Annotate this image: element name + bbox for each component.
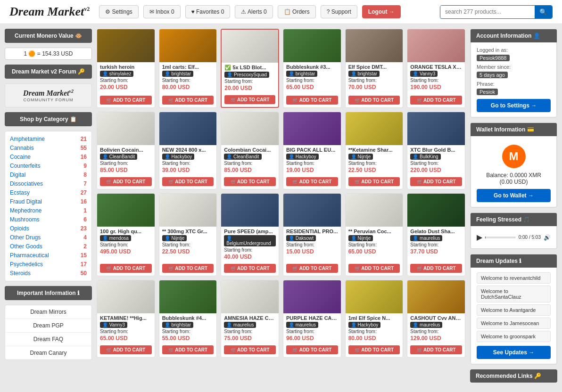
add-to-cart-button[interactable]: 🛒 ADD TO CART	[286, 177, 338, 186]
product-price: 22.50 USD	[162, 248, 214, 255]
logout-nav-button[interactable]: Logout →	[362, 5, 401, 18]
category-item[interactable]: Mushrooms6	[10, 216, 87, 223]
starting-from-label: Starting from:	[100, 329, 152, 334]
product-info: PURPLE HAZE CAN... 👤 maurelius Starting …	[283, 313, 341, 343]
inbox-nav-button[interactable]: ✉ Inbox 0	[143, 5, 181, 18]
update-item[interactable]: Welcome to DutchSantaClauz	[477, 286, 551, 302]
add-to-cart-button[interactable]: 🛒 ADD TO CART	[100, 177, 152, 186]
orders-nav-button[interactable]: 📋 Orders	[278, 5, 316, 18]
dream-updates-body: Welcome to revenantchildWelcome to Dutch…	[471, 268, 557, 364]
see-updates-button[interactable]: See Updates →	[477, 346, 551, 359]
favorites-nav-button[interactable]: ♥ Favorites 0	[185, 5, 231, 18]
product-price: 495.00 USD	[100, 248, 152, 255]
product-card: KETAMINE! **Hig... 👤 Vanny3 Starting fro…	[97, 280, 155, 358]
update-item[interactable]: Welcome to revenantchild	[477, 272, 551, 284]
add-to-cart-button[interactable]: 🛒 ADD TO CART	[162, 345, 214, 354]
product-title: turkish heroin	[100, 64, 152, 70]
add-to-cart-button[interactable]: 🛒 ADD TO CART	[100, 264, 152, 273]
product-price: 70.00 USD	[348, 84, 400, 90]
info-link-item[interactable]: Dream Canary	[5, 346, 91, 359]
add-to-cart-button[interactable]: 🛒 ADD TO CART	[348, 345, 400, 354]
search-button[interactable]: 🔍	[535, 6, 552, 18]
product-image	[407, 194, 465, 227]
category-item[interactable]: Dissociatives7	[10, 180, 87, 188]
product-info: 100 gr. High qu... 👤 mendosa Starting fr…	[97, 227, 155, 262]
alerts-nav-button[interactable]: ⚠ Alerts 0	[235, 5, 273, 18]
add-to-cart-button[interactable]: 🛒 ADD TO CART	[348, 96, 400, 105]
info-link-item[interactable]: Dream FAQ	[5, 333, 91, 346]
starting-from-label: Starting from:	[224, 79, 275, 84]
add-to-cart-button[interactable]: 🛒 ADD TO CART	[224, 177, 276, 186]
seller-badge: 👤 brightstar	[286, 71, 317, 77]
add-to-cart-button[interactable]: 🛒 ADD TO CART	[100, 345, 152, 354]
go-to-wallet-button[interactable]: Go to Wallet →	[477, 189, 551, 202]
category-item[interactable]: Pharmaceutical15	[10, 252, 87, 259]
product-image	[346, 280, 403, 313]
product-price: 20.00 USD	[100, 84, 152, 90]
progress-bar[interactable]	[485, 237, 516, 238]
time-display: 0:00 / 5:03	[519, 235, 541, 240]
settings-nav-button[interactable]: ⚙ Settings	[99, 5, 139, 18]
product-card: PURPLE HAZE CAN... 👤 maurelius Starting …	[283, 280, 341, 358]
add-to-cart-button[interactable]: 🛒 ADD TO CART	[348, 177, 400, 186]
logged-in-label: Logged in as:	[477, 47, 551, 53]
add-to-cart-button[interactable]: 🛒 ADD TO CART	[410, 96, 462, 105]
starting-from-label: Starting from:	[224, 161, 276, 166]
category-item[interactable]: Other Drugs4	[10, 234, 87, 241]
starting-from-label: Starting from:	[286, 161, 338, 166]
add-to-cart-button[interactable]: 🛒 ADD TO CART	[162, 177, 214, 186]
category-item[interactable]: Mephedrone1	[10, 207, 87, 214]
category-item[interactable]: Counterfeits9	[10, 162, 87, 170]
search-input[interactable]	[440, 6, 535, 18]
add-to-cart-button[interactable]: 🛒 ADD TO CART	[410, 177, 462, 186]
add-to-cart-button[interactable]: 🛒 ADD TO CART	[224, 264, 276, 273]
go-to-settings-button[interactable]: Go to Settings →	[477, 99, 551, 112]
category-item[interactable]: Fraud Digital16	[10, 198, 87, 205]
forum-link-button[interactable]: Dream Market v2 Forum 🔑	[5, 65, 92, 79]
site-logo[interactable]: Dream Marketv2	[9, 5, 90, 19]
category-item[interactable]: Cannabis55	[10, 144, 87, 152]
info-link-item[interactable]: Dream Mirrors	[5, 305, 91, 319]
product-info: ** Peruvian Coc... 👤 Nijntje Starting fr…	[346, 227, 403, 262]
volume-icon[interactable]: 🔊	[544, 234, 551, 241]
product-info: ORANGE TESLA XT... 👤 Vanny3 Starting fro…	[407, 62, 465, 94]
product-image	[407, 280, 465, 313]
update-item[interactable]: Welcome to Jamesocean	[477, 318, 551, 329]
feeling-stressed-section: Feeling Stressed 🎵 ▶ 0:00 / 5:03 🔊	[470, 212, 557, 249]
update-item[interactable]: Welcome to groonspark	[477, 331, 551, 342]
play-button[interactable]: ▶	[477, 233, 482, 242]
add-to-cart-button[interactable]: 🛒 ADD TO CART	[162, 264, 214, 273]
update-item[interactable]: Welcome to Avantgarde	[477, 304, 551, 316]
category-item[interactable]: Psychedelics17	[10, 261, 87, 268]
category-item[interactable]: Steroids50	[10, 270, 87, 277]
add-to-cart-button[interactable]: 🛒 ADD TO CART	[224, 95, 275, 104]
product-card: ✅ 5x LSD Blot... 👤 PrescoxySquad Startin…	[221, 29, 279, 108]
add-to-cart-button[interactable]: 🛒 ADD TO CART	[286, 96, 338, 105]
add-to-cart-button[interactable]: 🛒 ADD TO CART	[410, 264, 462, 273]
header: Dream Marketv2 ⚙ Settings ✉ Inbox 0 ♥ Fa…	[0, 0, 562, 24]
account-info-header: Account Information 👤	[471, 29, 557, 42]
add-to-cart-button[interactable]: 🛒 ADD TO CART	[286, 264, 338, 273]
support-nav-button[interactable]: ? Support	[321, 5, 357, 18]
category-item[interactable]: Opioids23	[10, 225, 87, 232]
add-to-cart-button[interactable]: 🛒 ADD TO CART	[224, 345, 276, 354]
category-item[interactable]: Digital8	[10, 171, 87, 179]
seller-badge: 👤 Hackyboy	[348, 322, 381, 328]
add-to-cart-button[interactable]: 🛒 ADD TO CART	[348, 264, 400, 273]
product-price: 220.00 USD	[410, 167, 462, 173]
category-item[interactable]: Other Goods2	[10, 243, 87, 250]
product-price: 75.00 USD	[224, 335, 276, 342]
info-link-item[interactable]: Dream PGP	[5, 319, 91, 333]
updates-list: Welcome to revenantchildWelcome to Dutch…	[477, 272, 551, 342]
category-item[interactable]: Amphetamine21	[10, 135, 87, 143]
add-to-cart-button[interactable]: 🛒 ADD TO CART	[286, 345, 338, 354]
product-title: Elf Spice DMT...	[348, 64, 400, 70]
starting-from-label: Starting from:	[100, 161, 152, 166]
add-to-cart-button[interactable]: 🛒 ADD TO CART	[410, 345, 462, 354]
product-price: 80.00 USD	[162, 84, 214, 90]
product-image	[283, 29, 341, 62]
category-item[interactable]: Cocaine16	[10, 153, 87, 161]
add-to-cart-button[interactable]: 🛒 ADD TO CART	[162, 96, 214, 105]
category-item[interactable]: Ecstasy27	[10, 189, 87, 196]
add-to-cart-button[interactable]: 🛒 ADD TO CART	[100, 96, 152, 105]
